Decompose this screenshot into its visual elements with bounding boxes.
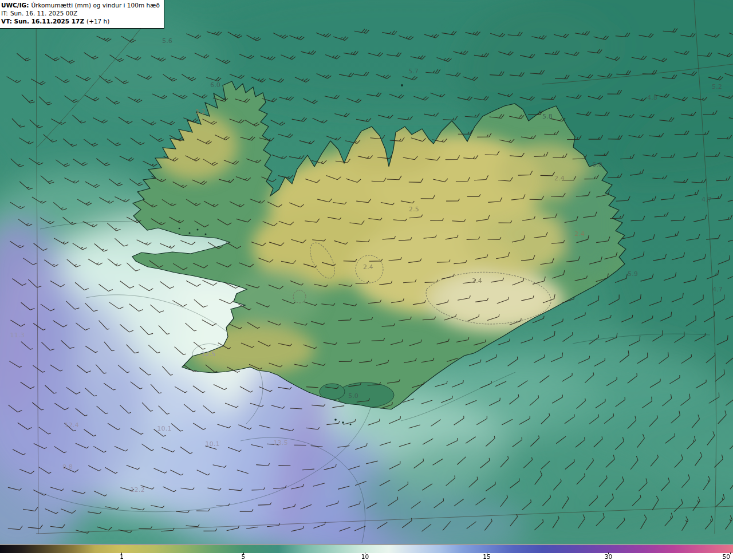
title-line-init: IT:Sun. 16. 11. 2025 00Z bbox=[1, 10, 160, 18]
colorbar-tick-label: 15 bbox=[483, 553, 490, 560]
valid-offset: (+17 h) bbox=[86, 18, 109, 25]
colorbar-tick-label: 1 bbox=[120, 553, 124, 560]
forecast-chart-page: 5.66.03.25.75.84.85.26.02.44.72.52.42.42… bbox=[0, 0, 733, 560]
colorbar-tick-label: 50 bbox=[723, 553, 730, 560]
valid-value: VT: Sun. 16.11.2025 17Z bbox=[1, 18, 84, 25]
title-line-valid: VT: Sun. 16.11.2025 17Z(+17 h) bbox=[1, 18, 160, 26]
model-label: UWC/IG: bbox=[1, 2, 29, 9]
colorbar-ticks: 1510153050 bbox=[0, 544, 733, 560]
product-title: Úrkomumætti (mm) og vindur i 100m hæð bbox=[31, 2, 159, 9]
wind-barbs bbox=[7, 28, 733, 533]
title-box: UWC/IG:Úrkomumætti (mm) og vindur i 100m… bbox=[0, 0, 164, 29]
forecast-map: 5.66.03.25.75.84.85.26.02.44.72.52.42.42… bbox=[0, 0, 733, 544]
wind-barbs-layer bbox=[0, 0, 733, 544]
init-label: IT: bbox=[1, 10, 8, 17]
colorbar-tick bbox=[730, 553, 731, 554]
colorbar-tick-label: 30 bbox=[605, 553, 612, 560]
colorbar-tick-label: 10 bbox=[361, 553, 369, 560]
title-line-product: UWC/IG:Úrkomumætti (mm) og vindur i 100m… bbox=[1, 2, 160, 10]
init-value: Sun. 16. 11. 2025 00Z bbox=[10, 10, 77, 17]
colorbar: 1510153050 bbox=[0, 544, 733, 560]
colorbar-tick-label: 5 bbox=[242, 553, 246, 560]
